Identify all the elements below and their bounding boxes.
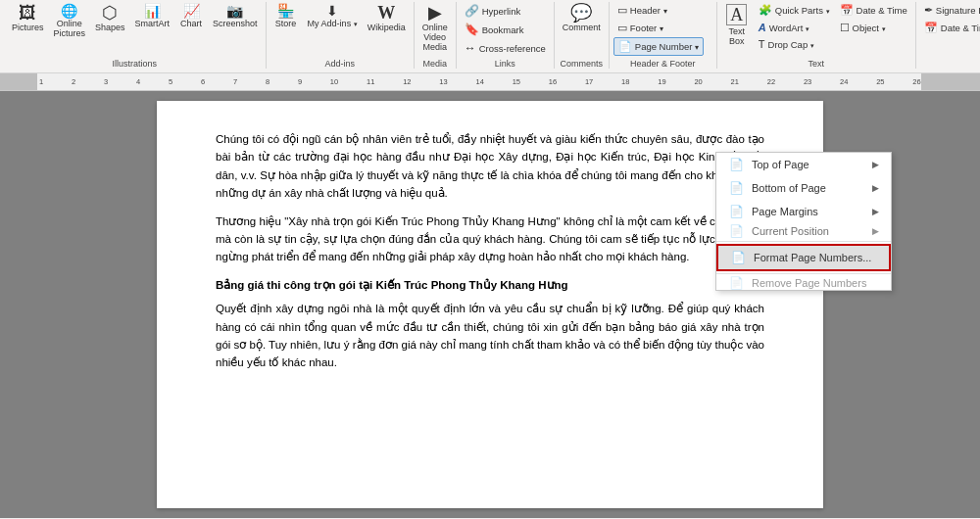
menu-icon-margins: 📄: [728, 205, 744, 218]
shapes-button[interactable]: ⬡ Shapes: [91, 2, 129, 34]
ruler-mark: 9: [298, 77, 302, 86]
textbox-icon: A: [726, 4, 747, 25]
date-time-button[interactable]: 📅 Date & Time: [836, 2, 911, 19]
ruler-mark: 19: [658, 77, 665, 86]
ribbon-content: 🖼 Pictures 🌐 OnlinePictures ⬡ Shapes 📊 S…: [0, 0, 980, 73]
online-video-icon: ▶: [428, 4, 442, 22]
date-time2-icon: 📅: [924, 22, 938, 34]
menu-item-remove-page-numbers[interactable]: 📄 Remove Page Numbers: [716, 276, 891, 290]
links-label: Links: [461, 57, 550, 69]
pictures-icon: 🖼: [19, 4, 36, 22]
menu-item-top-of-page[interactable]: 📄 Top of Page ▶: [716, 153, 891, 176]
online-video-button[interactable]: ▶ OnlineVideoMedia: [418, 2, 452, 54]
my-addins-button[interactable]: ⬇ My Add-ins ▾: [304, 2, 362, 30]
ruler-mark: 13: [439, 77, 447, 86]
ribbon: 🖼 Pictures 🌐 OnlinePictures ⬡ Shapes 📊 S…: [0, 0, 980, 73]
menu-icon-current: 📄: [728, 224, 744, 238]
object-button[interactable]: ☐ Object ▾: [836, 20, 911, 36]
ruler-mark: 21: [731, 77, 739, 86]
shapes-icon: ⬡: [102, 4, 118, 22]
ruler: 1 2 3 4 5 6 7 8 9 10 11 12 13 14 15 16 1…: [0, 73, 980, 91]
media-label: Media: [418, 57, 452, 69]
symbols-label: Symbols: [920, 57, 980, 69]
screenshot-icon: 📷: [226, 4, 243, 18]
header-button[interactable]: ▭ Header ▾: [613, 2, 704, 19]
comment-icon: 💬: [570, 4, 592, 22]
chart-icon: 📈: [183, 4, 200, 18]
chart-button[interactable]: 📈 Chart: [175, 2, 207, 30]
menu-item-bottom-of-page[interactable]: 📄 Bottom of Page ▶: [716, 176, 891, 200]
online-pictures-icon: 🌐: [61, 4, 77, 18]
menu-icon-remove: 📄: [728, 276, 744, 290]
ruler-mark: 7: [233, 77, 237, 86]
submenu-arrow-bottom: ▶: [872, 183, 879, 193]
wordart-icon: A: [759, 22, 766, 33]
ruler-mark: 24: [840, 77, 848, 86]
group-text: A TextBox 🧩 Quick Parts ▾ A WordArt ▾ T …: [717, 2, 916, 69]
wordart-button[interactable]: A WordArt ▾: [755, 20, 834, 35]
submenu-arrow-margins: ▶: [872, 207, 879, 216]
addins-label: Add-ins: [270, 57, 410, 69]
cross-reference-icon: ↔: [465, 41, 476, 55]
object-icon: ☐: [840, 22, 850, 34]
bookmark-button[interactable]: 🔖 Bookmark: [461, 21, 550, 38]
ruler-mark: 6: [201, 77, 205, 86]
group-media: ▶ OnlineVideoMedia Media: [415, 2, 457, 69]
menu-divider-2: [716, 273, 891, 274]
signature-line-icon: ✒: [924, 4, 933, 17]
header-icon: ▭: [617, 4, 627, 17]
ruler-mark: 17: [585, 77, 593, 86]
cross-reference-button[interactable]: ↔ Cross-reference: [461, 39, 550, 57]
ruler-mark: 23: [804, 77, 811, 86]
menu-icon-format: 📄: [730, 251, 746, 264]
date-time-icon: 📅: [840, 4, 854, 17]
illustrations-label: Illustrations: [8, 57, 262, 69]
wikipedia-button[interactable]: W Wikipedia: [364, 2, 410, 34]
store-button[interactable]: 🏪 Store: [270, 2, 302, 30]
menu-item-page-margins[interactable]: 📄 Page Margins ▶: [716, 200, 891, 223]
date-time2-button[interactable]: 📅 Date & Time: [920, 20, 980, 36]
header-footer-label: Header & Footer: [613, 57, 712, 69]
signature-line-button[interactable]: ✒ Signature Line ▾: [920, 2, 980, 19]
footer-icon: ▭: [617, 22, 627, 34]
paragraph-2: Thương hiệu "Xây nhà trọn gói Kiến Trúc …: [216, 212, 764, 266]
paragraph-4: Quyết định xây dựng ngôi nhà là một quyế…: [216, 300, 764, 372]
smartart-button[interactable]: 📊 SmartArt: [131, 2, 174, 30]
group-header-footer: ▭ Header ▾ ▭ Footer ▾ 📄 Page Number ▾ He…: [610, 2, 717, 69]
ruler-mark: 8: [266, 77, 270, 86]
online-pictures-button[interactable]: 🌐 OnlinePictures: [50, 2, 90, 40]
textbox-button[interactable]: A TextBox: [721, 2, 753, 48]
footer-button[interactable]: ▭ Footer ▾: [613, 20, 704, 36]
ruler-mark: 10: [330, 77, 338, 86]
quick-parts-icon: 🧩: [759, 4, 772, 17]
drop-cap-button[interactable]: T Drop Cap ▾: [755, 36, 834, 52]
submenu-arrow-top: ▶: [872, 160, 879, 169]
quick-parts-button[interactable]: 🧩 Quick Parts ▾: [755, 2, 834, 19]
comment-button[interactable]: 💬 Comment: [559, 2, 605, 34]
pictures-button[interactable]: 🖼 Pictures: [8, 2, 48, 34]
ruler-mark: 4: [136, 77, 140, 86]
page-number-dropdown: 📄 Top of Page ▶ 📄 Bottom of Page ▶ 📄 Pag…: [715, 152, 892, 291]
menu-item-format-page-numbers[interactable]: 📄 Format Page Numbers...: [716, 244, 891, 271]
ruler-mark: 20: [694, 77, 702, 86]
group-symbols: ✒ Signature Line ▾ 📅 Date & Time π Equat…: [916, 2, 980, 69]
group-comments: 💬 Comment Comments: [555, 2, 610, 69]
hyperlink-button[interactable]: 🔗 Hyperlink: [461, 2, 550, 20]
screenshot-button[interactable]: 📷 Screenshot: [209, 2, 262, 30]
ruler-mark: 5: [169, 77, 172, 86]
wikipedia-icon: W: [377, 4, 395, 22]
bold-heading: Bảng giá thi công trọn gói tại Kiến Trúc…: [216, 276, 764, 294]
ruler-mark: 11: [367, 77, 374, 86]
ruler-mark: 25: [876, 77, 884, 86]
paragraph-1: Chúng tôi có đội ngũ cán bộ nhân viên tr…: [216, 130, 764, 203]
menu-item-current-position[interactable]: 📄 Current Position ▶: [716, 223, 891, 239]
my-addins-icon: ⬇: [326, 4, 338, 18]
ruler-mark: 12: [403, 77, 411, 86]
group-addins: 🏪 Store ⬇ My Add-ins ▾ W Wikipedia Add-i…: [267, 2, 415, 69]
smartart-icon: 📊: [144, 4, 161, 18]
drop-cap-icon: T: [759, 38, 765, 50]
page-number-button[interactable]: 📄 Page Number ▾: [613, 37, 704, 56]
ruler-mark: 26: [912, 77, 920, 86]
ruler-mark: 18: [621, 77, 629, 86]
ruler-mark: 22: [767, 77, 775, 86]
